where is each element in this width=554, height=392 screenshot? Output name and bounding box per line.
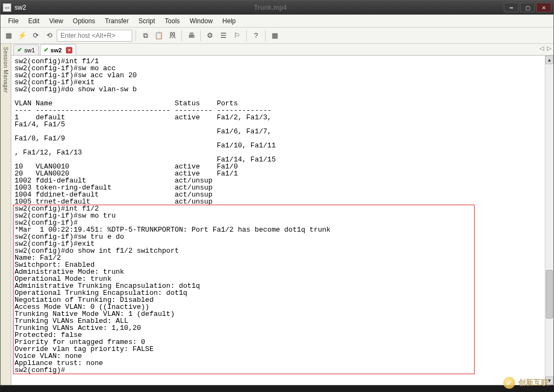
menu-view[interactable]: View (45, 16, 67, 26)
menu-window[interactable]: Window (185, 16, 217, 26)
scroll-up-icon[interactable]: ▲ (545, 56, 553, 64)
tab-nav: ◁ ▷ (539, 45, 551, 52)
toolbar: ▦ ⚡ ⟳ ⟲ ⧉ 📋 🖶 ⚙ ☰ ⚐ ? ▦ (1, 28, 553, 44)
print-icon[interactable]: 🖶 (185, 30, 197, 42)
tab-label: sw2 (51, 47, 62, 53)
tab-sw1[interactable]: ✔sw1 (13, 44, 39, 55)
body: Session Manager ✔sw1✔sw2× ◁ ▷ sw2(config… (1, 44, 553, 385)
tab-label: sw1 (24, 47, 35, 53)
reconnect-icon[interactable]: ⟳ (30, 30, 42, 42)
window-title: sw2 (15, 4, 26, 11)
tab-sw2[interactable]: ✔sw2× (40, 44, 77, 55)
maximize-button[interactable]: ▢ (520, 3, 535, 12)
menu-options[interactable]: Options (69, 16, 99, 26)
terminal-output[interactable]: sw2(config)#int f1/1 sw2(config-if)#sw m… (11, 56, 545, 385)
tabbar: ✔sw1✔sw2× ◁ ▷ (11, 44, 553, 56)
minimize-button[interactable]: ━ (504, 3, 519, 12)
connected-icon: ✔ (44, 46, 49, 53)
app-window: ▭ sw2 Trunk.mp4 ━ ▢ ✕ FileEditViewOption… (0, 0, 554, 386)
terminal-pane: sw2(config)#int f1/1 sw2(config-if)#sw m… (11, 56, 553, 385)
scroll-thumb[interactable] (546, 270, 553, 319)
paste-icon[interactable]: 📋 (153, 30, 165, 42)
scroll-down-icon[interactable]: ▼ (545, 376, 553, 385)
scroll-track[interactable] (545, 64, 553, 376)
reconnect-all-icon[interactable]: ⟲ (43, 30, 55, 42)
session-manager-label: Session Manager (3, 47, 9, 93)
menu-tools[interactable]: Tools (160, 16, 184, 26)
window-controls: ━ ▢ ✕ (504, 3, 551, 12)
tab-next-icon[interactable]: ▷ (547, 45, 551, 52)
separator (136, 30, 136, 41)
tile-icon[interactable]: ▦ (269, 30, 281, 42)
connected-icon: ✔ (17, 46, 22, 53)
session-manager-panel[interactable]: Session Manager (1, 44, 11, 385)
separator (181, 30, 182, 41)
session-options-icon[interactable]: ☰ (218, 30, 229, 42)
host-input[interactable] (57, 30, 132, 42)
menu-script[interactable]: Script (134, 16, 159, 26)
menu-file[interactable]: File (4, 16, 23, 26)
menu-edit[interactable]: Edit (24, 16, 44, 26)
separator (200, 30, 201, 41)
copy-icon[interactable]: ⧉ (139, 30, 151, 42)
separator (246, 30, 247, 41)
script-icon[interactable]: ⚐ (231, 30, 243, 42)
settings-icon[interactable]: ⚙ (204, 30, 216, 42)
new-session-icon[interactable]: ▦ (3, 30, 15, 42)
menu-help[interactable]: Help (218, 16, 240, 26)
titlebar: ▭ sw2 Trunk.mp4 ━ ▢ ✕ (1, 1, 553, 15)
find-icon[interactable] (166, 30, 178, 42)
main-area: ✔sw1✔sw2× ◁ ▷ sw2(config)#int f1/1 sw2(c… (11, 44, 553, 385)
tab-close-icon[interactable]: × (66, 47, 72, 53)
menu-transfer[interactable]: Transfer (100, 16, 133, 26)
menubar: FileEditViewOptionsTransferScriptToolsWi… (1, 15, 553, 28)
app-icon: ▭ (3, 3, 11, 12)
help-icon[interactable]: ? (250, 30, 262, 42)
close-button[interactable]: ✕ (536, 3, 551, 12)
separator (265, 30, 266, 41)
window-center-caption: Trunk.mp4 (37, 4, 504, 11)
quick-connect-icon[interactable]: ⚡ (16, 30, 28, 42)
tab-prev-icon[interactable]: ◁ (539, 45, 544, 52)
vertical-scrollbar[interactable]: ▲ ▼ (545, 56, 553, 385)
